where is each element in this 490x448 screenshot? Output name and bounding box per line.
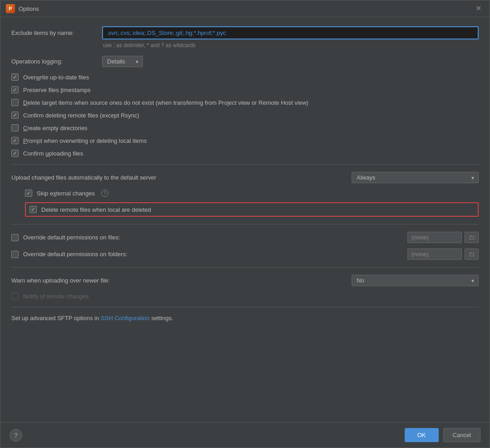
operations-logging-select-wrap: Details Verbose None ▼ (102, 56, 143, 67)
title-bar: P Options ✕ (0, 0, 490, 17)
skip-external-help-icon[interactable]: ? (101, 190, 108, 197)
warn-uploading-select[interactable]: No Yes Ask (352, 275, 479, 286)
upload-auto-select[interactable]: Always Never On explicit save action (352, 172, 479, 183)
footer: ? OK Cancel (0, 422, 490, 448)
exclude-row: Exclude items by name: (11, 26, 479, 39)
warn-uploading-row: Warn when uploading over newer file: No … (11, 275, 479, 286)
override-folders-input[interactable] (407, 248, 462, 260)
upload-auto-row: Upload changed files automatically to th… (11, 172, 479, 183)
exclude-label: Exclude items by name: (11, 29, 102, 36)
delete-remote-label[interactable]: Delete remote files when local are delet… (41, 206, 151, 213)
confirm-deleting-row: ✓ Confirm deleting remote files (except … (11, 112, 479, 119)
delete-remote-highlighted-row: ✓ Delete remote files when local are del… (25, 202, 479, 217)
footer-buttons: OK Cancel (405, 428, 480, 442)
preserve-row: ✓ Preserve files timestamps (11, 86, 479, 93)
confirm-uploading-checkbox[interactable]: ✓ (11, 150, 19, 157)
check-icon: ✓ (31, 207, 35, 212)
operations-logging-select[interactable]: Details Verbose None (102, 56, 143, 67)
delete-target-checkbox[interactable] (11, 99, 19, 106)
override-folders-label: Override default permissions on folders: (23, 251, 205, 258)
prompt-overwriting-checkbox[interactable]: ✓ (11, 137, 19, 144)
create-empty-row: Create empty directories (11, 124, 479, 131)
content-area: Exclude items by name: use ; as delimite… (0, 17, 490, 422)
create-empty-label[interactable]: Create empty directories (23, 125, 88, 131)
confirm-uploading-row: ✓ Confirm uploading files (11, 150, 479, 157)
check-icon: ✓ (13, 87, 17, 93)
override-files-label: Override default permissions on files: (23, 234, 205, 241)
check-icon: ✓ (26, 190, 31, 196)
confirm-deleting-checkbox[interactable]: ✓ (11, 112, 19, 119)
divider-3 (11, 267, 479, 268)
check-icon: ✓ (13, 112, 17, 118)
overwrite-checkbox[interactable]: ✓ (11, 73, 19, 81)
title-bar-left: P Options (6, 4, 39, 13)
ssh-text-row: Set up advanced SFTP options in SSH Conf… (11, 315, 479, 321)
cancel-button[interactable]: Cancel (443, 428, 480, 442)
override-files-row: Override default permissions on files: 🗀 (11, 232, 479, 243)
create-empty-checkbox[interactable] (11, 124, 19, 131)
override-files-browse-button[interactable]: 🗀 (465, 232, 479, 243)
ssh-configuration-link[interactable]: SSH Configuration (101, 315, 150, 321)
prompt-overwriting-label[interactable]: Prompt when overwriting or deleting loca… (23, 137, 147, 144)
overwrite-label[interactable]: Overwrite up-to-date files (23, 74, 89, 81)
delete-remote-checkbox[interactable]: ✓ (29, 206, 37, 213)
override-folders-row: Override default permissions on folders:… (11, 248, 479, 260)
skip-external-checkbox[interactable]: ✓ (25, 190, 32, 197)
override-files-input[interactable] (407, 232, 462, 243)
app-icon: P (6, 4, 15, 13)
preserve-label[interactable]: Preserve files timestamps (23, 87, 91, 93)
check-icon: ✓ (13, 151, 17, 156)
check-icon: ✓ (13, 138, 17, 143)
overwrite-row: ✓ Overwrite up-to-date files (11, 73, 479, 81)
skip-external-label[interactable]: Skip external changes (37, 190, 95, 197)
override-files-checkbox[interactable] (11, 234, 19, 241)
options-dialog: P Options ✕ Exclude items by name: use ;… (0, 0, 490, 448)
check-icon: ✓ (13, 74, 17, 80)
override-files-input-wrap: 🗀 (407, 232, 479, 243)
operations-logging-row: Operations logging: Details Verbose None… (11, 56, 479, 67)
override-folders-input-wrap: 🗀 (407, 248, 479, 260)
warn-uploading-select-wrap: No Yes Ask ▼ (352, 275, 479, 286)
skip-external-row: ✓ Skip external changes ? (25, 190, 479, 197)
upload-auto-select-wrap: Always Never On explicit save action ▼ (352, 172, 479, 183)
divider-2 (11, 224, 479, 224)
window-title: Options (19, 5, 39, 12)
notify-remote-checkbox (11, 292, 19, 300)
override-folders-browse-button[interactable]: 🗀 (465, 248, 479, 260)
notify-remote-label: Notify of remote changes (23, 293, 89, 300)
warn-uploading-label: Warn when uploading over newer file: (11, 277, 110, 284)
override-folders-checkbox[interactable] (11, 251, 19, 258)
delete-target-label[interactable]: Delete target items when source ones do … (23, 99, 309, 106)
help-button[interactable]: ? (10, 429, 22, 442)
prompt-overwriting-row: ✓ Prompt when overwriting or deleting lo… (11, 137, 479, 144)
confirm-deleting-label[interactable]: Confirm deleting remote files (except Rs… (23, 112, 139, 119)
divider-4 (11, 307, 479, 307)
operations-logging-label: Operations logging: (11, 58, 102, 65)
confirm-uploading-label[interactable]: Confirm uploading files (23, 150, 83, 157)
notify-remote-row: Notify of remote changes (11, 292, 479, 300)
delete-target-row: Delete target items when source ones do … (11, 99, 479, 106)
upload-auto-label: Upload changed files automatically to th… (11, 174, 156, 181)
exclude-input[interactable] (102, 26, 479, 39)
ok-button[interactable]: OK (405, 428, 439, 442)
preserve-checkbox[interactable]: ✓ (11, 86, 19, 93)
divider-1 (11, 164, 479, 165)
close-button[interactable]: ✕ (473, 4, 484, 13)
exclude-hint: use ; as delimiter, * and ? as wildcards (103, 42, 479, 49)
